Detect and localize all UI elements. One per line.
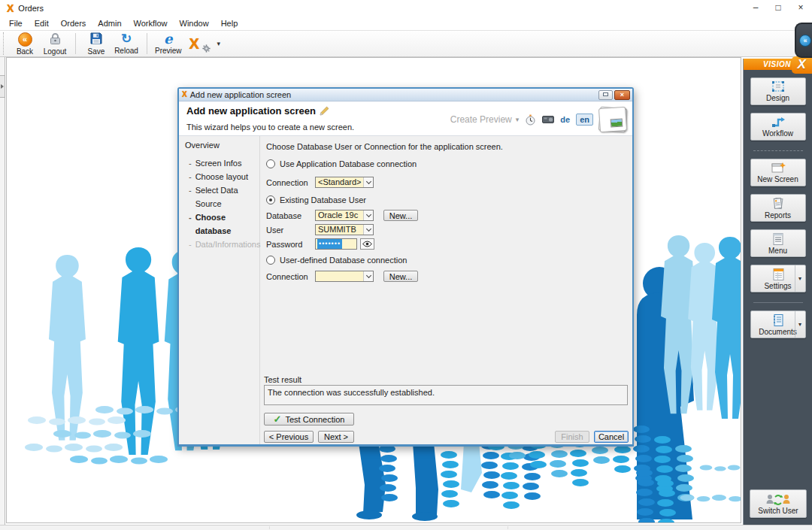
vision-title: VISION: [763, 60, 791, 68]
maximize-button[interactable]: □: [767, 0, 789, 17]
chevron-down-icon[interactable]: [363, 271, 373, 281]
design-button[interactable]: Design: [750, 77, 806, 105]
finish-button: Finish: [555, 431, 589, 443]
chevron-down-icon[interactable]: [363, 225, 373, 235]
menu-admin[interactable]: Admin: [92, 17, 127, 30]
app-logo-x-icon: X: [7, 3, 14, 14]
panel-separator: [753, 150, 803, 151]
settings-dropdown-arrow-icon[interactable]: ▾: [795, 265, 805, 292]
password-label: Password: [266, 240, 302, 249]
switch-user-button[interactable]: Switch User: [750, 489, 807, 518]
create-preview-dropdown[interactable]: Create Preview: [450, 114, 512, 125]
minimize-button[interactable]: –: [744, 0, 767, 17]
x-app-menu-button[interactable]: X: [184, 31, 214, 56]
wizard-step-screen-infos[interactable]: Screen Infos: [189, 156, 259, 170]
database-select[interactable]: Oracle 19c: [315, 210, 374, 221]
radio-circle[interactable]: [266, 159, 275, 168]
menu-button[interactable]: Menu: [750, 229, 806, 257]
chevron-down-icon[interactable]: [363, 177, 373, 187]
window-title: Orders: [18, 4, 44, 13]
database-new-button[interactable]: New...: [383, 210, 418, 221]
wizard-form: Choose Database User or Connection for t…: [260, 136, 632, 444]
gear-icon: [202, 44, 211, 53]
menu-edit[interactable]: Edit: [29, 17, 55, 30]
menu-workflow[interactable]: Workflow: [128, 17, 174, 30]
status-bar: [0, 525, 812, 530]
wizard-step-choose-database[interactable]: Choose database: [189, 210, 259, 238]
vision-x-logo-icon: X: [792, 56, 812, 74]
switch-user-icon: [765, 493, 791, 507]
documents-dropdown-arrow-icon[interactable]: ▾: [795, 311, 805, 338]
save-button[interactable]: Save: [81, 31, 111, 56]
menu-orders[interactable]: Orders: [55, 17, 92, 30]
test-result-label: Test result: [264, 375, 301, 384]
menu-help[interactable]: Help: [215, 17, 244, 30]
radio-circle-checked[interactable]: [266, 195, 275, 204]
right-panel-collapse-tab[interactable]: «: [795, 23, 812, 58]
reload-button[interactable]: ↻ Reload: [111, 31, 141, 56]
timer-icon[interactable]: [525, 114, 536, 126]
screenshot-icon[interactable]: [542, 115, 554, 124]
reports-button[interactable]: Reports: [750, 194, 806, 222]
language-de-toggle[interactable]: de: [560, 115, 570, 124]
toolbar-separator: [147, 33, 147, 54]
workflow-icon: [770, 116, 786, 129]
password-input[interactable]: •••••••: [315, 238, 357, 250]
dialog-body: Overview Screen Infos Choose layout Sele…: [179, 136, 632, 444]
radio-use-app-connection[interactable]: Use Application Database connection: [266, 159, 417, 168]
cancel-button[interactable]: Cancel: [594, 431, 629, 443]
wizard-step-select-data-source[interactable]: Select Data Source: [189, 183, 259, 210]
preview-thumbnail[interactable]: [599, 108, 626, 132]
user-label: User: [266, 226, 283, 235]
previous-button[interactable]: < Previous: [264, 431, 314, 443]
wizard-step-choose-layout[interactable]: Choose layout: [189, 170, 259, 183]
chevron-down-icon[interactable]: ▾: [516, 116, 520, 123]
back-icon: «: [18, 32, 32, 47]
logout-button[interactable]: Logout: [40, 31, 70, 56]
connection-select[interactable]: <Standard>: [315, 177, 374, 188]
documents-button[interactable]: Documents ▾: [750, 310, 806, 338]
language-en-toggle[interactable]: en: [576, 114, 593, 126]
workflow-button[interactable]: Workflow: [750, 113, 806, 141]
vision-panel: VISION X Design Workflow New Screen Repo…: [743, 59, 812, 525]
chevron-down-icon[interactable]: [363, 210, 373, 220]
panel-separator: [753, 302, 803, 303]
show-password-eye-button[interactable]: [360, 238, 374, 250]
user-select[interactable]: SUMMITB: [315, 224, 374, 235]
radio-existing-database-user[interactable]: Existing Database User: [266, 195, 366, 204]
wizard-steps-heading: Overview: [185, 141, 259, 150]
dialog-close-button[interactable]: ×: [614, 90, 630, 100]
dialog-x-logo-icon: X: [182, 91, 187, 98]
menu-window[interactable]: Window: [174, 17, 215, 30]
radio-circle[interactable]: [266, 256, 275, 265]
save-floppy-icon: [89, 32, 103, 47]
test-connection-button[interactable]: ✓ Test Connection: [264, 413, 354, 426]
settings-icon: [770, 268, 786, 281]
window-controls: – □ ×: [744, 0, 812, 17]
radio-user-defined-connection[interactable]: User-defined Database connection: [266, 256, 407, 265]
eye-icon: [362, 241, 372, 247]
connection-new-button[interactable]: New...: [383, 271, 418, 282]
chevron-down-icon[interactable]: ▾: [217, 40, 221, 47]
next-button[interactable]: Next >: [318, 431, 354, 443]
preview-button[interactable]: e Preview: [153, 31, 184, 56]
window-titlebar: X Orders – □ ×: [0, 0, 812, 17]
dialog-subtitle: This wizard helps you to create a new sc…: [186, 123, 354, 132]
collapse-chevron-icon: «: [799, 35, 811, 47]
back-button[interactable]: « Back: [10, 31, 40, 56]
left-panel-expander-handle[interactable]: [0, 75, 5, 98]
user-defined-connection-select[interactable]: [315, 271, 374, 282]
connection-label: Connection: [266, 178, 308, 187]
x-logo-icon: X: [189, 35, 199, 52]
close-button[interactable]: ×: [789, 0, 812, 17]
dialog-titlebar[interactable]: X Add new application screen ×: [179, 89, 632, 101]
toolbar-grip[interactable]: [3, 32, 6, 55]
settings-button[interactable]: Settings ▾: [750, 265, 806, 292]
reports-icon: [770, 197, 786, 210]
dialog-title: Add new application screen: [190, 90, 292, 99]
new-screen-button[interactable]: New Screen: [750, 159, 806, 186]
menu-file[interactable]: File: [3, 17, 29, 30]
dialog-maximize-button[interactable]: [598, 90, 613, 100]
preview-browser-icon: e: [164, 32, 172, 46]
toolbar-separator: [75, 33, 76, 54]
